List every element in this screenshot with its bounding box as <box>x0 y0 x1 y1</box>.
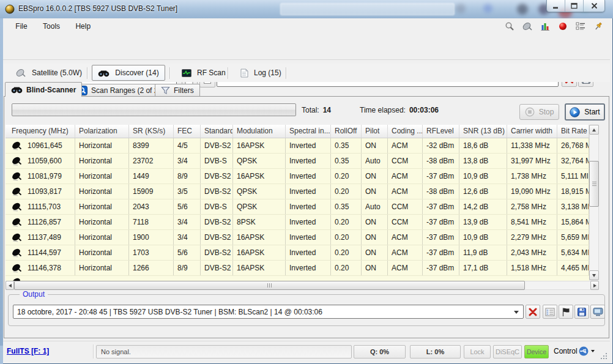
table-cell: Auto <box>362 199 388 214</box>
table-cell: 11093,817 <box>6 184 75 199</box>
menu-tools[interactable]: Tools <box>36 18 67 34</box>
delete-output-button[interactable] <box>526 305 540 319</box>
table-row[interactable]: 11059,600Horizontal237023/4DVB-SQPSKInve… <box>6 154 589 169</box>
cell-value: 3/4 <box>177 233 188 242</box>
cell-value: 5,634 MI <box>561 248 589 257</box>
control-dropdown-arrow[interactable] <box>591 350 595 354</box>
column-header[interactable]: FEC <box>174 125 201 138</box>
table-row[interactable]: 11146,378Horizontal12668/9DVB-S216APSKIn… <box>6 261 589 276</box>
table-cell: 5,111 MI <box>557 169 589 184</box>
tab-rf-scan[interactable]: RF Scan <box>177 65 231 81</box>
pin-icon[interactable] <box>593 21 604 32</box>
menu-file[interactable]: File <box>9 18 34 34</box>
lock-status-button[interactable]: Lock <box>464 345 491 358</box>
maximize-button[interactable] <box>565 0 584 12</box>
cell-value: 11,338 MHz <box>511 141 550 150</box>
subtab-filters[interactable]: Filters <box>155 84 200 97</box>
table-cell: ON <box>362 245 388 260</box>
scroll-down-button[interactable] <box>589 270 599 280</box>
cell-value: 0.20 <box>335 264 349 272</box>
column-header[interactable]: Polarization <box>75 125 129 138</box>
table-row[interactable]: 11093,817Horizontal159093/5DVB-S2QPSKInv… <box>6 184 589 199</box>
tab-satellite[interactable]: Satellite (5.0W) <box>10 65 87 81</box>
satellite-dish-icon <box>12 264 23 273</box>
output-select[interactable]: 18 octobre, 2017 - 20:48 45 | TBS 5927 U… <box>13 305 524 319</box>
table-cell: Inverted <box>286 261 331 275</box>
cell-value: 3/4 <box>177 157 188 165</box>
cell-value: 2,758 MHz <box>511 202 546 211</box>
horizontal-scrollbar-thumb[interactable] <box>14 281 525 290</box>
tab-discover[interactable]: Discover (14) <box>92 65 165 81</box>
cell-value: 7118 <box>133 218 149 226</box>
device-button[interactable]: Device <box>524 345 549 358</box>
column-header[interactable]: Modulation <box>233 125 286 138</box>
cell-value: 8/9 <box>177 264 188 272</box>
table-cell: -37 dBm <box>423 215 459 229</box>
scroll-left-button[interactable] <box>6 281 14 290</box>
usb-icon[interactable] <box>579 346 589 357</box>
cell-value: 12,6 dB <box>463 187 488 196</box>
cell-value: 0.35 <box>335 141 349 150</box>
menu-help[interactable]: Help <box>69 18 97 34</box>
save-output-button[interactable] <box>574 305 589 319</box>
search-icon[interactable] <box>504 21 515 32</box>
table-row[interactable]: 11137,489Horizontal19003/4DVB-S216APSKIn… <box>6 230 589 245</box>
window-controls <box>546 0 605 12</box>
subtab-scan-ranges[interactable]: Scan Ranges (2 of 2) <box>72 84 166 97</box>
column-header[interactable]: Carrier width <box>507 125 557 138</box>
details-button[interactable] <box>543 305 557 319</box>
subtab-blind-scanner[interactable]: Blind-Scanner <box>5 82 82 97</box>
table-row[interactable]: 11126,857Horizontal71183/4DVB-S28PSKInve… <box>6 215 589 230</box>
column-header[interactable]: Bit Rate <box>557 125 589 138</box>
tab-log[interactable]: Log (15) <box>236 65 286 81</box>
cell-value: 11,9 dB <box>463 248 488 257</box>
table-row[interactable]: 11144,597Horizontal17035/6DVB-S216APSKIn… <box>6 245 589 261</box>
quality-indicator: Q: 0% <box>354 345 406 358</box>
scroll-up-button[interactable] <box>589 125 599 135</box>
minimize-button[interactable] <box>547 0 565 12</box>
column-header[interactable]: Standard <box>201 125 233 138</box>
satellite-dish-icon[interactable] <box>522 21 533 32</box>
table-cell: ACM <box>388 138 423 153</box>
table-cell: 2,279 MHz <box>507 230 557 245</box>
cell-value: ON <box>365 264 376 272</box>
tv-button[interactable] <box>590 305 605 319</box>
cell-value: DVB-S2 <box>204 248 231 257</box>
table-cell: 11,9 dB <box>459 245 507 260</box>
table-cell: 3/4 <box>174 215 201 229</box>
table-row-partial[interactable] <box>6 276 589 281</box>
table-cell: 4,465 MI <box>557 261 589 275</box>
column-header[interactable]: SR (KS/s) <box>129 125 174 138</box>
column-header[interactable]: RollOff <box>331 125 362 138</box>
column-header[interactable]: RFLevel <box>423 125 459 138</box>
close-button[interactable] <box>584 0 604 12</box>
table-cell: 3/5 <box>174 184 201 199</box>
column-header[interactable]: SNR (13 dB) <box>459 125 507 138</box>
flag-button[interactable] <box>559 305 573 319</box>
start-button[interactable]: Start <box>565 103 605 121</box>
diseqc-button[interactable]: DiSEqC <box>493 345 522 358</box>
cell-value: Inverted <box>289 218 316 226</box>
table-row[interactable]: 11081,979Horizontal14498/9DVB-S216APSKIn… <box>6 169 589 184</box>
table-row[interactable]: 10961,645Horizontal83994/5DVB-S216APSKIn… <box>6 138 589 154</box>
table-cell: DVB-S2 <box>201 245 233 260</box>
column-header[interactable]: Coding ... <box>388 125 423 138</box>
table-row[interactable]: 11115,703Horizontal20435/6DVB-SQPSKInver… <box>6 199 589 215</box>
column-header[interactable]: Spectral in... <box>286 125 331 138</box>
fullts-link[interactable]: FullTS [F: 1] <box>7 341 49 361</box>
column-header[interactable]: Pilot <box>362 125 388 138</box>
record-icon[interactable] <box>557 21 568 32</box>
bar-chart-icon[interactable] <box>540 21 551 32</box>
table-cell: Inverted <box>286 154 331 168</box>
column-header[interactable]: Frequency (MHz) <box>6 125 75 138</box>
table-cell: 16APSK <box>233 261 286 275</box>
scroll-right-button[interactable] <box>590 281 599 290</box>
vertical-scrollbar-thumb[interactable] <box>589 161 599 207</box>
resize-grip[interactable] <box>601 353 608 360</box>
cell-value: 0.20 <box>335 218 349 226</box>
task-list-icon[interactable] <box>575 21 586 32</box>
stop-button[interactable]: Stop <box>519 104 559 120</box>
table-cell: 2,043 MHz <box>507 245 557 260</box>
save-icon <box>577 307 587 317</box>
table-cell: 15,864 MI <box>557 215 589 229</box>
